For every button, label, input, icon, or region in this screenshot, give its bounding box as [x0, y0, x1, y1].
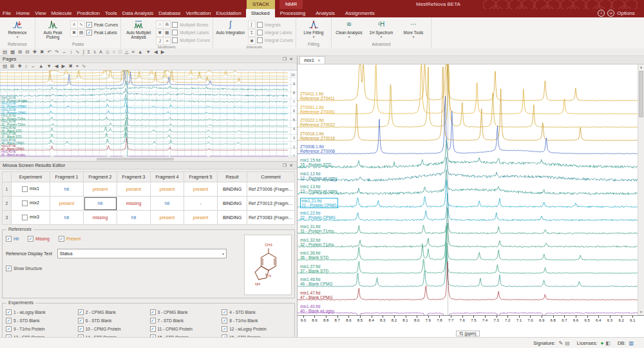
fragment-cell[interactable]: missing	[84, 211, 117, 225]
doc-category-tab-nmr[interactable]: NMR	[279, 0, 303, 9]
license-ok-icon[interactable]: ●	[601, 340, 604, 346]
info-icon[interactable]: i	[598, 10, 605, 17]
checkbox-present[interactable]: ✓	[59, 236, 64, 242]
fragment-cell[interactable]: present	[184, 182, 218, 197]
back-icon[interactable]: ◀	[53, 63, 60, 70]
h1-spectrum-button[interactable]: ¹H1H Spectrum▾	[366, 19, 396, 42]
zoom-out-icon[interactable]: ⊟	[24, 49, 30, 55]
ribbon-tab-analysis[interactable]: Analysis	[310, 9, 340, 17]
pages-view-icon[interactable]: ▤	[1, 63, 8, 70]
checkbox-row-mix2[interactable]	[22, 200, 28, 206]
page-icon[interactable]: ▤	[1, 49, 8, 55]
grid-icon[interactable]: ▦	[9, 49, 16, 55]
zoom-in-icon[interactable]: ⊞	[17, 49, 23, 55]
multiplets-table-icon[interactable]: ▦	[163, 29, 171, 37]
result-row-mix3[interactable]: 3mix3hitmissinghitpresentpresentBINDINGR…	[3, 211, 295, 225]
auto-multiplet-analysis-button[interactable]: Auto Multiplet Analysis	[124, 19, 153, 45]
pages-horizontal-scrollbar[interactable]	[0, 157, 297, 161]
fragment-cell[interactable]: missing	[117, 197, 151, 211]
ribbon-tab-processing[interactable]: Processing	[275, 9, 311, 17]
peak-region-icon[interactable]: ∿	[77, 21, 85, 28]
checkbox-12-wlogsy-protein[interactable]: ✓	[222, 326, 227, 332]
checkbox-multiplet-boxes[interactable]	[172, 22, 178, 28]
scrollbar-thumb[interactable]	[639, 71, 643, 117]
forward-icon[interactable]: ▶	[61, 63, 67, 70]
grid-view-icon[interactable]: ⊞	[9, 63, 15, 70]
result-row-mix1[interactable]: 1mix1hitpresentpresentpresentpresentBIND…	[3, 182, 295, 197]
experiment-cell[interactable]: mix1	[12, 182, 50, 197]
lambda-icon[interactable]: λ	[92, 49, 97, 55]
database-icon[interactable]: ▥	[629, 340, 634, 346]
float-panel-icon[interactable]: ❐	[281, 57, 288, 62]
checkbox-integral-labels[interactable]	[257, 30, 263, 35]
fragment-cell[interactable]: present	[117, 182, 151, 197]
signature-verify-icon[interactable]: ▤	[565, 340, 570, 346]
checkbox-3-cpmg-blank[interactable]: ✓	[150, 309, 156, 315]
document-tab-mix1[interactable]: mix1 ✕	[299, 56, 325, 64]
checkbox-9-t1rho-protein[interactable]: ✓	[6, 326, 12, 332]
sum-icon[interactable]: Σ	[86, 49, 92, 55]
ribbon-tab-assignments[interactable]: Assignments	[340, 9, 380, 17]
scroll-down-icon[interactable]: ▼	[638, 309, 644, 315]
down-icon[interactable]: ▼	[45, 63, 52, 70]
menu-verification[interactable]: Verification	[183, 9, 213, 17]
scroll-up-icon[interactable]: ▲	[638, 64, 644, 70]
fit-horizontal-icon[interactable]: ↔	[29, 63, 37, 70]
close-panel-icon[interactable]: ✕	[288, 57, 294, 62]
delete-page-icon[interactable]: ✖	[67, 63, 73, 70]
peaks-table-icon[interactable]: ▤	[77, 29, 85, 37]
circle-tool-icon[interactable]: ○	[111, 49, 117, 55]
fragment-cell[interactable]: hit	[50, 211, 84, 225]
reference-button[interactable]: Reference ▾	[3, 19, 32, 42]
multiplet-region-icon[interactable]: ⋒	[163, 21, 171, 28]
checkbox-show-structure[interactable]: ✓	[6, 266, 12, 271]
delete-icon[interactable]: ✖	[39, 49, 45, 55]
menu-elucidation[interactable]: Elucidation	[214, 9, 244, 17]
shape-icon[interactable]: ◇	[104, 49, 111, 55]
checkbox-multiplet-labels[interactable]	[172, 30, 178, 35]
menu-home[interactable]: Home	[14, 9, 32, 17]
fragment-cell[interactable]: hit	[117, 211, 151, 225]
experiment-cell[interactable]: mix2	[12, 197, 50, 211]
spectra-canvas[interactable]: ZT0411.1.fidReference ZT0411ZT0061.1.fid…	[298, 64, 644, 315]
fit-vertical-icon[interactable]: ↕	[24, 63, 29, 70]
menu-molecule[interactable]: Molecule	[48, 9, 74, 17]
next-icon[interactable]: ▶	[160, 49, 166, 55]
experiment-cell[interactable]: mix3	[12, 211, 50, 225]
result-row-mix2[interactable]: 2mix2presenthitmissinghit-BINDINGRef ZT0…	[3, 197, 295, 211]
checkbox-peak-labels[interactable]: ✓	[86, 30, 92, 35]
checkbox-integrals[interactable]	[257, 22, 263, 28]
pan-vertical-icon[interactable]: ↕	[68, 49, 73, 55]
checkbox-11-cpmg-protein[interactable]: ✓	[150, 326, 156, 332]
menu-tools[interactable]: Tools	[102, 9, 120, 17]
checkbox-4-std-blank[interactable]: ✓	[222, 309, 227, 315]
fragment-cell[interactable]: hit	[84, 197, 117, 211]
line-fitting-button[interactable]: Line Fitting ▾	[299, 19, 328, 42]
multiplet-list-icon[interactable]: ≡	[163, 37, 171, 45]
undo-icon[interactable]: ↶	[46, 49, 52, 55]
fragment-cell[interactable]: present	[50, 197, 84, 211]
list-icon[interactable]: ≡	[131, 49, 136, 55]
more-tools-button[interactable]: ⋯More Tools▾	[399, 19, 428, 42]
checkbox-1-wlogsy-blank[interactable]: ✓	[6, 309, 12, 315]
add-page-icon[interactable]: ✚	[16, 63, 23, 70]
spectrum-icon[interactable]: ∿	[74, 49, 80, 55]
triangle-tool-icon[interactable]: △	[124, 49, 130, 55]
checkbox-hit[interactable]: ✓	[6, 236, 12, 242]
menu-prediction[interactable]: Prediction	[74, 9, 102, 17]
checkbox-10-cpmg-protein[interactable]: ✓	[78, 326, 84, 332]
fragment-cell[interactable]: -	[184, 197, 218, 211]
checkbox-multiplet-curves[interactable]	[172, 37, 178, 43]
fragment-cell[interactable]: present	[151, 211, 184, 225]
clean-analysis-button[interactable]: ≋Clean Analysis▾	[334, 19, 364, 42]
reference-display-text-select[interactable]: Status ▾	[57, 249, 227, 258]
auto-integration-button[interactable]: ∫ Auto Integration	[216, 19, 245, 45]
rect-tool-icon[interactable]: □	[117, 49, 123, 55]
checkbox-row-mix1[interactable]	[22, 186, 28, 192]
up-icon[interactable]: ▲	[37, 63, 44, 70]
doc-category-tab-stack[interactable]: STACK	[247, 0, 275, 9]
options-button[interactable]: Options	[617, 10, 635, 16]
checkbox-row-mix3[interactable]	[22, 215, 28, 220]
close-panel-icon[interactable]: ✕	[288, 163, 294, 168]
checkbox-8-t1rho-blank[interactable]: ✓	[222, 318, 227, 324]
